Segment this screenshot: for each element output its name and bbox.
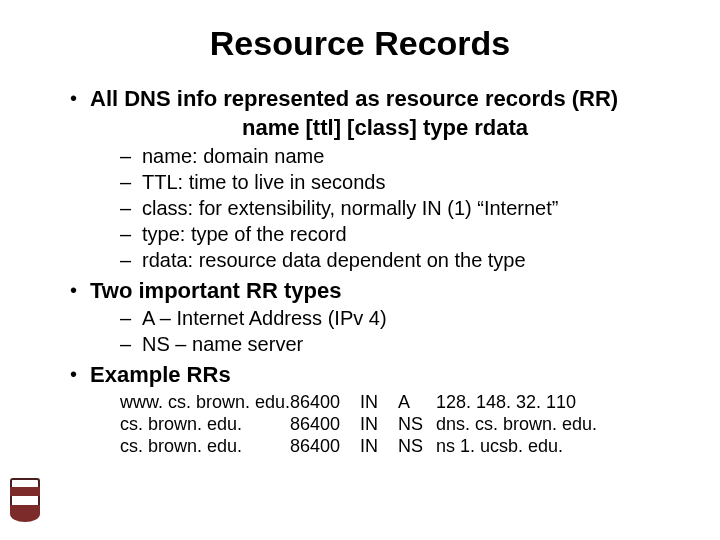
university-crest-icon	[10, 478, 40, 520]
example-rr-row: cs. brown. edu. 86400 IN NS ns 1. ucsb. …	[120, 435, 680, 457]
rr-ttl: 86400	[290, 435, 360, 457]
rr-ttl: 86400	[290, 413, 360, 435]
rr-type: A	[398, 391, 436, 413]
bullet-rr-types: Two important RR types A – Internet Addr…	[70, 277, 680, 357]
rr-class: IN	[360, 435, 398, 457]
bullet-rr-intro-text: All DNS info represented as resource rec…	[90, 85, 680, 113]
field-ttl: TTL: time to live in seconds	[120, 169, 680, 195]
rr-name: cs. brown. edu.	[120, 413, 290, 435]
bullet-rr-types-text: Two important RR types	[90, 277, 680, 305]
field-list: name: domain name TTL: time to live in s…	[90, 143, 680, 273]
slide: Resource Records All DNS info represente…	[0, 0, 720, 540]
slide-title: Resource Records	[40, 24, 680, 63]
rr-class: IN	[360, 391, 398, 413]
bullet-example-rrs-text: Example RRs	[90, 361, 680, 389]
bullet-example-rrs: Example RRs www. cs. brown. edu. 86400 I…	[70, 361, 680, 457]
rr-type: NS	[398, 413, 436, 435]
example-rr-table: www. cs. brown. edu. 86400 IN A 128. 148…	[90, 391, 680, 457]
rr-rdata: 128. 148. 32. 110	[436, 391, 576, 413]
bullet-rr-intro: All DNS info represented as resource rec…	[70, 85, 680, 273]
example-rr-row: www. cs. brown. edu. 86400 IN A 128. 148…	[120, 391, 680, 413]
field-name: name: domain name	[120, 143, 680, 169]
rr-type-list: A – Internet Address (IPv 4) NS – name s…	[90, 305, 680, 357]
rr-type-a: A – Internet Address (IPv 4)	[120, 305, 680, 331]
rr-type-ns: NS – name server	[120, 331, 680, 357]
bullet-list: All DNS info represented as resource rec…	[40, 85, 680, 457]
example-rr-row: cs. brown. edu. 86400 IN NS dns. cs. bro…	[120, 413, 680, 435]
rr-syntax-line: name [ttl] [class] type rdata	[90, 115, 680, 141]
field-rdata: rdata: resource data dependent on the ty…	[120, 247, 680, 273]
rr-rdata: ns 1. ucsb. edu.	[436, 435, 563, 457]
rr-ttl: 86400	[290, 391, 360, 413]
rr-name: www. cs. brown. edu.	[120, 391, 290, 413]
field-type: type: type of the record	[120, 221, 680, 247]
rr-class: IN	[360, 413, 398, 435]
rr-rdata: dns. cs. brown. edu.	[436, 413, 597, 435]
rr-name: cs. brown. edu.	[120, 435, 290, 457]
rr-type: NS	[398, 435, 436, 457]
field-class: class: for extensibility, normally IN (1…	[120, 195, 680, 221]
